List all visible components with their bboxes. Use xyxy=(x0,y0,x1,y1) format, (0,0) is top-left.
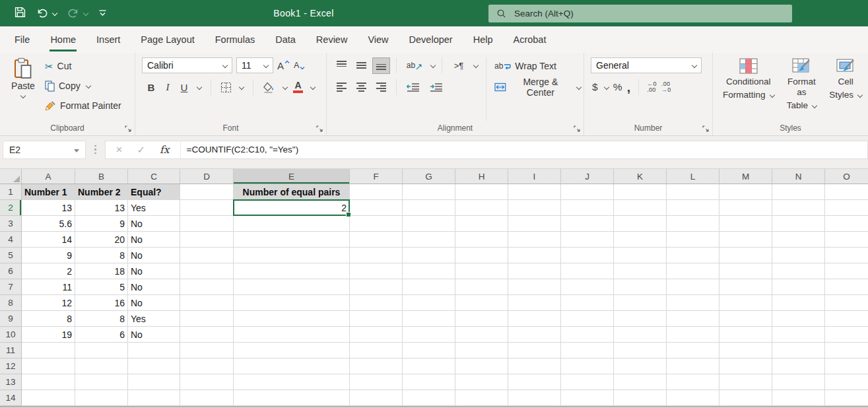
cell-K11[interactable] xyxy=(614,343,667,358)
column-header-E[interactable]: E xyxy=(234,169,350,184)
column-header-G[interactable]: G xyxy=(403,169,455,184)
cell-C14[interactable] xyxy=(128,390,180,406)
cell-J4[interactable] xyxy=(561,232,614,248)
cell-B12[interactable] xyxy=(75,358,128,374)
orientation-button[interactable]: ab xyxy=(403,58,426,73)
cell-A10[interactable]: 19 xyxy=(22,327,75,343)
cell-D14[interactable] xyxy=(180,390,234,406)
tab-developer[interactable]: Developer xyxy=(400,26,462,53)
number-dialog-launcher[interactable] xyxy=(702,125,709,132)
cell-I14[interactable] xyxy=(508,390,561,406)
row-header-1[interactable]: 1 xyxy=(0,184,22,200)
tab-page-layout[interactable]: Page Layout xyxy=(131,26,203,53)
cell-I3[interactable] xyxy=(508,216,561,232)
cell-L10[interactable] xyxy=(667,327,719,343)
cell-J12[interactable] xyxy=(561,358,614,374)
cell-F11[interactable] xyxy=(350,343,403,358)
cell-L4[interactable] xyxy=(667,232,719,248)
cell-K2[interactable] xyxy=(614,200,667,216)
cell-K5[interactable] xyxy=(614,248,667,263)
increase-indent-button[interactable] xyxy=(426,80,446,95)
cell-C2[interactable]: Yes xyxy=(128,200,180,216)
customize-qat-button[interactable] xyxy=(98,7,107,19)
tab-acrobat[interactable]: Acrobat xyxy=(504,26,555,53)
cell-F5[interactable] xyxy=(350,248,403,263)
column-header-I[interactable]: I xyxy=(508,169,561,184)
row-header-11[interactable]: 11 xyxy=(0,343,22,358)
tab-file[interactable]: File xyxy=(5,26,39,53)
cell-I4[interactable] xyxy=(508,232,561,248)
row-header-12[interactable]: 12 xyxy=(0,358,22,374)
cell-M7[interactable] xyxy=(719,279,772,295)
redo-button[interactable] xyxy=(67,8,88,18)
cell-N5[interactable] xyxy=(772,248,825,263)
wrap-text-button[interactable]: ab Wrap Text xyxy=(494,57,581,74)
cell-O12[interactable] xyxy=(825,358,868,374)
cell-L5[interactable] xyxy=(667,248,719,263)
cell-M14[interactable] xyxy=(719,390,772,406)
cell-L9[interactable] xyxy=(667,311,719,327)
cell-H13[interactable] xyxy=(455,374,508,390)
clipboard-dialog-launcher[interactable] xyxy=(125,125,131,132)
column-header-O[interactable]: O xyxy=(825,169,868,184)
formula-input[interactable]: =COUNTIF(C2:C10, "=Yes") xyxy=(180,141,868,159)
cell-G4[interactable] xyxy=(403,232,455,248)
increase-decimal-button[interactable]: ←0 .00 xyxy=(647,81,657,93)
cell-N11[interactable] xyxy=(772,343,825,358)
cell-A9[interactable]: 8 xyxy=(22,311,75,327)
cell-F2[interactable] xyxy=(350,200,403,216)
cell-D6[interactable] xyxy=(180,263,234,279)
cell-N12[interactable] xyxy=(772,358,825,374)
cell-O11[interactable] xyxy=(825,343,868,358)
cell-M2[interactable] xyxy=(719,200,772,216)
cell-I8[interactable] xyxy=(508,295,561,311)
cell-G7[interactable] xyxy=(403,279,455,295)
cell-G9[interactable] xyxy=(403,311,455,327)
cell-G5[interactable] xyxy=(403,248,455,263)
cell-G12[interactable] xyxy=(403,358,455,374)
cell-G1[interactable] xyxy=(403,184,455,200)
cell-B14[interactable] xyxy=(75,390,128,406)
merge-center-button[interactable]: Merge & Center xyxy=(494,79,581,95)
cut-button[interactable]: ✂ Cut xyxy=(45,57,121,75)
cell-I12[interactable] xyxy=(508,358,561,374)
tab-insert[interactable]: Insert xyxy=(87,26,129,53)
cell-I2[interactable] xyxy=(508,200,561,216)
cell-H11[interactable] xyxy=(455,343,508,358)
cell-A3[interactable]: 5.6 xyxy=(22,216,75,232)
cell-K7[interactable] xyxy=(614,279,667,295)
cell-O5[interactable] xyxy=(825,248,868,263)
tab-view[interactable]: View xyxy=(358,26,397,53)
cell-D3[interactable] xyxy=(180,216,234,232)
cell-E6[interactable] xyxy=(234,263,350,279)
cell-H10[interactable] xyxy=(455,327,508,343)
column-header-N[interactable]: N xyxy=(772,169,825,184)
row-header-9[interactable]: 9 xyxy=(0,311,22,327)
cell-E9[interactable] xyxy=(234,311,350,327)
fill-color-button[interactable] xyxy=(263,82,275,93)
cell-O2[interactable] xyxy=(825,200,868,216)
cell-A7[interactable]: 11 xyxy=(22,279,75,295)
cell-E2[interactable]: 2 xyxy=(234,200,350,216)
cell-H14[interactable] xyxy=(455,390,508,406)
cell-J2[interactable] xyxy=(561,200,614,216)
cell-D7[interactable] xyxy=(180,279,234,295)
column-header-C[interactable]: C xyxy=(128,169,180,184)
cell-H1[interactable] xyxy=(455,184,508,200)
cell-O13[interactable] xyxy=(825,374,868,390)
cell-O14[interactable] xyxy=(825,390,868,406)
font-size-select[interactable]: 11 xyxy=(236,57,273,73)
font-name-select[interactable]: Calibri xyxy=(142,57,232,73)
cell-H9[interactable] xyxy=(455,311,508,327)
cell-H2[interactable] xyxy=(455,200,508,216)
cell-F8[interactable] xyxy=(350,295,403,311)
cell-B1[interactable]: Number 2 xyxy=(75,184,128,200)
column-header-B[interactable]: B xyxy=(75,169,128,184)
middle-align-button[interactable] xyxy=(353,58,370,73)
cell-F6[interactable] xyxy=(350,263,403,279)
cell-J8[interactable] xyxy=(561,295,614,311)
cell-C6[interactable]: No xyxy=(128,263,180,279)
tab-formulas[interactable]: Formulas xyxy=(206,26,264,53)
select-all-button[interactable] xyxy=(0,169,22,184)
cell-G3[interactable] xyxy=(403,216,455,232)
